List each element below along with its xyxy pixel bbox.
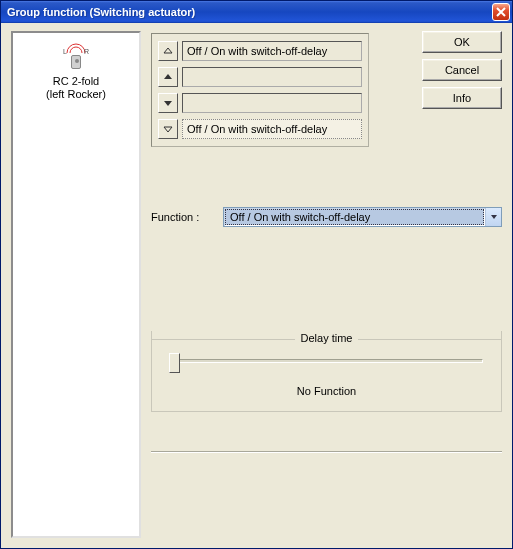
chevron-down-icon (485, 208, 501, 226)
device-list: L R RC 2-fold (left Rocker) (11, 31, 141, 538)
ok-button[interactable]: OK (422, 31, 502, 53)
dialog-window: Group function (Switching actuator) L R … (0, 0, 513, 549)
device-sub: (left Rocker) (46, 88, 106, 101)
device-label: RC 2-fold (left Rocker) (46, 75, 106, 101)
delay-time-legend: Delay time (295, 332, 359, 344)
delay-slider[interactable] (170, 359, 483, 363)
info-button[interactable]: Info (422, 87, 502, 109)
rocker-row-label: Off / On with switch-off-delay (182, 119, 362, 139)
function-label: Function : (151, 211, 209, 223)
rocker-row[interactable] (158, 66, 362, 88)
rocker-row[interactable] (158, 92, 362, 114)
close-icon (496, 7, 506, 17)
button-stack: OK Cancel Info (422, 31, 502, 115)
down-arrow-icon (158, 93, 178, 113)
rocker-row[interactable]: Off / On with switch-off-delay (158, 40, 362, 62)
rocker-row-label: Off / On with switch-off-delay (182, 41, 362, 61)
device-name: RC 2-fold (46, 75, 106, 88)
rocker-row-label (182, 67, 362, 87)
content-area: OK Cancel Info Off / On with switch-off-… (149, 31, 502, 538)
function-row: Function : Off / On with switch-off-dela… (151, 207, 502, 227)
device-icon[interactable]: L R (61, 43, 91, 69)
window-title: Group function (Switching actuator) (7, 6, 492, 18)
rocker-row-label (182, 93, 362, 113)
slider-thumb[interactable] (169, 353, 180, 373)
titlebar: Group function (Switching actuator) (1, 1, 512, 23)
function-select-value: Off / On with switch-off-delay (225, 209, 484, 225)
up-arrow-icon (158, 67, 178, 87)
close-button[interactable] (492, 3, 510, 21)
delay-time-group: Delay time No Function (151, 331, 502, 412)
rocker-row[interactable]: Off / On with switch-off-delay (158, 118, 362, 140)
cancel-button[interactable]: Cancel (422, 59, 502, 81)
function-select[interactable]: Off / On with switch-off-delay (223, 207, 502, 227)
separator (151, 451, 502, 453)
delay-status: No Function (168, 385, 485, 397)
rocker-assignments: Off / On with switch-off-delay Off / On … (151, 33, 369, 147)
down-arrow-icon (158, 119, 178, 139)
client-area: L R RC 2-fold (left Rocker) OK Cancel In… (1, 23, 512, 548)
up-arrow-icon (158, 41, 178, 61)
